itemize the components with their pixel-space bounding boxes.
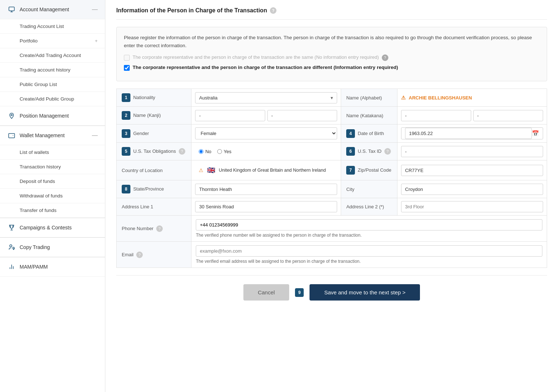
us-tax-radio-group: No Yes: [195, 146, 337, 157]
checkbox-different[interactable]: [124, 65, 130, 71]
step4-badge: 4: [346, 129, 355, 138]
state-value-cell: [191, 180, 341, 198]
step9-badge: 9: [295, 288, 304, 297]
nationality-select[interactable]: Australia ▾: [195, 92, 337, 103]
address1-value-cell: [191, 198, 341, 216]
save-button[interactable]: Save and move to the next step >: [310, 284, 420, 301]
checkbox1-help-icon[interactable]: ?: [382, 54, 388, 61]
sidebar-item-create-public-group[interactable]: Create/Add Public Group: [0, 92, 105, 106]
dob-input[interactable]: [405, 128, 532, 139]
form-row-name-kanji: 2 Name (Kanji) Name (Katakana): [117, 107, 547, 124]
svg-point-3: [11, 114, 12, 116]
sidebar-label-mam-pamm: MAM/PAMM: [20, 264, 98, 270]
address2-value-cell: [397, 198, 547, 216]
form-row-country: Country of Location ⚠ 🇬🇧 United Kingdom …: [117, 160, 547, 180]
monitor-icon: [7, 5, 16, 14]
dob-label: 4 Date of Birth: [341, 124, 397, 143]
page-title-help-icon[interactable]: ?: [270, 7, 276, 14]
us-tax-no-label[interactable]: No: [199, 149, 211, 154]
us-tax-obligation-label: 5 U.S. Tax Obligations ?: [117, 143, 191, 160]
svg-rect-4: [9, 134, 15, 138]
name-kanji-fields: [195, 110, 337, 121]
sidebar-item-transfer-of-funds[interactable]: Transfer of funds: [0, 203, 105, 218]
pin-icon: [7, 111, 16, 120]
sidebar-item-trading-account-history[interactable]: Trading account history: [0, 63, 105, 77]
nationality-chevron-icon: ▾: [331, 95, 333, 101]
us-tax-id-input[interactable]: [401, 146, 543, 157]
trophy-icon: [7, 223, 16, 232]
city-input[interactable]: [401, 184, 543, 195]
phone-note: The verified phone number will be assign…: [196, 233, 542, 238]
us-tax-no-radio[interactable]: [199, 149, 203, 154]
zip-value-cell: [397, 160, 547, 180]
name-katakana-label: Name (Katakana): [341, 107, 397, 124]
country-value-cell: ⚠ 🇬🇧 United Kingdom of Great Britain and…: [191, 160, 341, 180]
sidebar-item-account-management[interactable]: Account Management —: [0, 0, 105, 19]
us-tax-help-icon[interactable]: ?: [179, 148, 185, 155]
name-kanji-field1[interactable]: [195, 110, 265, 121]
form-row-state: 8 State/Province City: [117, 180, 547, 198]
name-katakana-fields: [401, 110, 543, 121]
sidebar-item-portfolio[interactable]: Portfolio +: [0, 34, 105, 48]
checkbox-row-different: The corporate representative and the per…: [124, 65, 539, 71]
step8-badge: 8: [122, 185, 130, 193]
sidebar-item-list-of-wallets[interactable]: List of wallets: [0, 145, 105, 160]
phone-input[interactable]: [196, 219, 542, 230]
sidebar-item-transaction-history[interactable]: Transaction history: [0, 160, 105, 174]
sidebar-item-create-trading-account[interactable]: Create/Add Trading Account: [0, 48, 105, 63]
sidebar-item-campaigns-contests[interactable]: Campaigns & Contests: [0, 218, 105, 237]
step6-badge: 6: [346, 147, 355, 156]
address2-input[interactable]: [401, 201, 543, 212]
sidebar-item-mam-pamm[interactable]: MAM/PAMM: [0, 257, 105, 277]
sidebar-item-public-group-list[interactable]: Public Group List: [0, 77, 105, 92]
country-label-cell: Country of Location: [117, 160, 191, 180]
sidebar-item-withdrawal-of-funds[interactable]: Withdrawal of funds: [0, 189, 105, 203]
us-tax-yes-radio[interactable]: [217, 149, 222, 154]
checkbox-row-same: The corporate representative and the per…: [124, 54, 539, 61]
checkbox-different-label: The corporate representative and the per…: [133, 65, 398, 70]
phone-block: The verified phone number will be assign…: [191, 216, 547, 241]
collapse-icon: —: [92, 6, 98, 13]
name-kanji-field2[interactable]: [267, 110, 337, 121]
state-input[interactable]: [195, 184, 337, 195]
step5-badge: 5: [122, 147, 130, 156]
copy-trading-icon: [7, 243, 16, 252]
address2-label-cell: Address Line 2 (*): [341, 198, 397, 216]
svg-point-6: [13, 247, 15, 249]
sidebar-label-wallet-management: Wallet Management: [20, 132, 92, 138]
sidebar-item-deposit-of-funds[interactable]: Deposit of funds: [0, 174, 105, 189]
name-alphabet-label: Name (Alphabet): [341, 89, 397, 107]
gender-select[interactable]: Female Male: [195, 127, 337, 139]
name-kanji-value-cell: [191, 107, 341, 124]
sidebar-item-trading-account-list[interactable]: Trading Account List: [0, 19, 105, 34]
email-input[interactable]: [196, 245, 542, 257]
name-katakana-field1[interactable]: [401, 110, 471, 121]
zip-input[interactable]: [401, 165, 543, 176]
wallet-collapse-icon: —: [92, 132, 98, 139]
step1-badge: 1: [122, 93, 130, 102]
phone-help-icon[interactable]: ?: [156, 225, 163, 232]
checkbox-same-label: The corporate representative and the per…: [133, 54, 379, 60]
email-help-icon[interactable]: ?: [136, 252, 143, 258]
nationality-value-cell: Australia ▾: [191, 89, 341, 107]
checkbox-same[interactable]: [124, 55, 130, 61]
city-label-cell: City: [341, 180, 397, 198]
sidebar-item-copy-trading[interactable]: Copy Trading: [0, 238, 105, 257]
email-label-cell: Email ?: [117, 242, 191, 268]
svg-rect-0: [9, 7, 15, 11]
name-katakana-value-cell: [397, 107, 547, 124]
form-row-nationality: 1 Nationality Australia ▾ Name (Alphabet…: [117, 89, 547, 107]
form-row-phone: Phone Number ? The verified phone number…: [117, 216, 547, 242]
sidebar-item-position-management[interactable]: Position Management: [0, 106, 105, 126]
us-tax-id-help-icon[interactable]: ?: [384, 148, 391, 155]
name-katakana-field2[interactable]: [473, 110, 543, 121]
svg-point-5: [10, 245, 12, 247]
cancel-button[interactable]: Cancel: [243, 284, 290, 301]
calendar-icon[interactable]: 📅: [532, 130, 539, 137]
name-alphabet-error: ⚠ ARCHIE BELLINGSHAUSEN: [401, 95, 543, 101]
address1-input[interactable]: [195, 201, 337, 212]
main-content: Information of the Person in Charge of t…: [105, 0, 558, 392]
state-label-cell: 8 State/Province: [117, 180, 191, 198]
us-tax-yes-label[interactable]: Yes: [217, 149, 231, 154]
sidebar-item-wallet-management[interactable]: Wallet Management —: [0, 126, 105, 145]
